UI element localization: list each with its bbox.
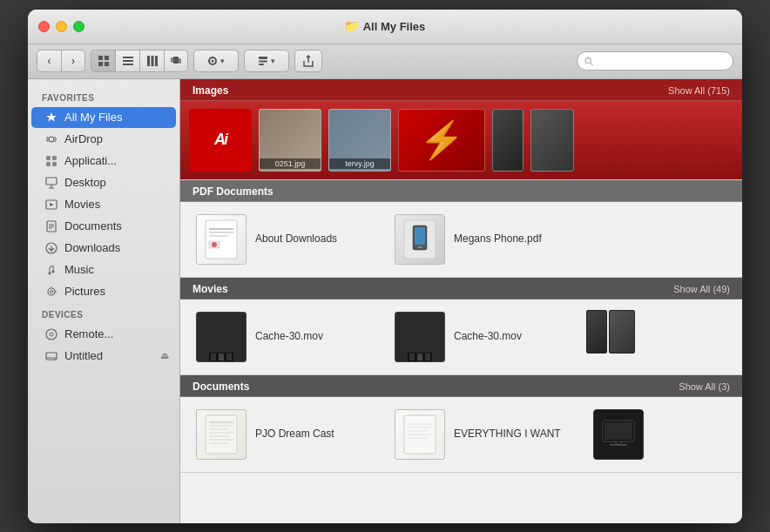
sidebar-item-label: AirDrop xyxy=(64,132,103,145)
doc-thumb-everything xyxy=(395,409,445,460)
image-thumb-photo1[interactable]: 0251.jpg xyxy=(259,109,321,172)
movie-thumbnails-group xyxy=(586,306,635,357)
music-icon xyxy=(44,262,59,278)
svg-rect-22 xyxy=(46,156,51,160)
document-item-pjo[interactable]: PJO Dream Cast xyxy=(189,404,381,465)
grid-icon xyxy=(98,55,110,67)
pdf-item-about[interactable]: About Downloads xyxy=(189,209,381,270)
documents-show-all[interactable]: Show All (3) xyxy=(679,381,730,392)
movies-section: Movies Show All (49) Cache xyxy=(180,278,742,375)
back-button[interactable]: ‹ xyxy=(37,50,61,72)
documents-header: Documents Show All (3) xyxy=(180,375,742,397)
sidebar-item-all-my-files[interactable]: All My Files xyxy=(31,107,176,128)
group-button[interactable]: ▾ xyxy=(244,50,289,72)
group-arrow: ▾ xyxy=(271,57,275,65)
pdf-name-megans: Megans Phone.pdf xyxy=(454,232,542,246)
main-layout: FAVORITES All My Files AirDrop Applicati… xyxy=(28,79,742,523)
group-icon xyxy=(258,56,268,66)
svg-rect-40 xyxy=(51,286,52,288)
pdf-label: PDF Documents xyxy=(192,185,274,198)
pdf-item-megans[interactable]: Megans Phone.pdf xyxy=(388,209,579,270)
forward-button[interactable]: › xyxy=(61,50,85,72)
movie-item-1[interactable]: Cache-30.mov xyxy=(189,306,381,367)
strip-item xyxy=(219,354,224,360)
image-thumb-flash[interactable]: ⚡ xyxy=(398,109,485,172)
strip-item xyxy=(226,354,232,360)
sidebar-item-desktop[interactable]: Desktop xyxy=(31,172,176,193)
content-area: Images Show All (715) Ai 0251.jpg xyxy=(180,79,742,523)
drive-icon xyxy=(44,348,59,364)
sidebar-item-untitled[interactable]: Untitled ⏏ xyxy=(31,346,176,367)
svg-marker-30 xyxy=(50,203,54,206)
column-view-button[interactable] xyxy=(139,50,164,72)
title-icon: 📁 xyxy=(345,19,359,33)
image-label-1: 0251.jpg xyxy=(260,158,321,169)
pdf-items: About Downloads Megans Phone.pdf xyxy=(180,202,742,277)
sidebar-item-label: Music xyxy=(64,263,94,276)
sidebar-item-music[interactable]: Music xyxy=(31,259,176,280)
titlebar: 📁 All My Files xyxy=(28,10,742,44)
svg-rect-6 xyxy=(123,64,133,65)
movie-item-2[interactable]: Cache-30.mov xyxy=(388,306,579,367)
svg-rect-57 xyxy=(206,415,237,454)
list-icon xyxy=(122,55,134,67)
image-thumb-photo2[interactable]: tervy.jpg xyxy=(328,109,391,172)
nav-buttons: ‹ › xyxy=(37,50,85,72)
maximize-button[interactable] xyxy=(73,21,84,32)
svg-rect-3 xyxy=(105,62,109,66)
image-thumb-dark[interactable] xyxy=(530,109,574,172)
svg-rect-15 xyxy=(259,57,267,59)
sidebar-item-airdrop[interactable]: AirDrop xyxy=(31,129,176,150)
toolbar: ‹ › xyxy=(28,44,742,79)
finder-window: 📁 All My Files ‹ › xyxy=(28,10,742,523)
image-thumb-small1[interactable] xyxy=(492,109,523,172)
svg-rect-5 xyxy=(123,60,133,62)
documents-icon xyxy=(44,219,59,234)
traffic-lights xyxy=(38,21,84,32)
doc-thumb-pjo xyxy=(196,409,247,460)
svg-rect-17 xyxy=(259,64,264,65)
images-show-all[interactable]: Show All (715) xyxy=(668,85,730,96)
icon-view-button[interactable] xyxy=(91,50,115,72)
image-label-2: tervy.jpg xyxy=(329,158,390,169)
share-icon xyxy=(302,55,314,67)
image-thumb-adobe[interactable]: Ai xyxy=(189,109,252,172)
sidebar-item-label: Remote... xyxy=(64,327,113,340)
svg-rect-25 xyxy=(52,162,57,166)
minimize-button[interactable] xyxy=(56,21,67,32)
svg-point-19 xyxy=(585,57,591,63)
svg-rect-12 xyxy=(179,58,181,64)
svg-point-39 xyxy=(51,290,53,293)
documents-items: PJO Dream Cast xyxy=(180,397,742,472)
eject-button[interactable]: ⏏ xyxy=(160,350,169,361)
svg-point-43 xyxy=(50,333,53,336)
movies-show-all[interactable]: Show All (49) xyxy=(673,284,730,294)
sidebar-item-documents[interactable]: Documents xyxy=(31,216,176,237)
monitor-thumb xyxy=(593,409,644,460)
svg-line-20 xyxy=(591,63,593,65)
share-button[interactable] xyxy=(294,50,322,72)
coverflow-view-button[interactable] xyxy=(164,50,188,72)
sidebar-item-movies[interactable]: Movies xyxy=(31,194,176,215)
movie-name-1: Cache-30.mov xyxy=(255,330,323,344)
sidebar-item-applications[interactable]: Applicati... xyxy=(31,151,176,172)
search-input[interactable] xyxy=(597,55,726,67)
svg-rect-2 xyxy=(98,62,103,66)
sidebar-item-pictures[interactable]: Pictures xyxy=(31,281,176,302)
images-header: Images Show All (715) xyxy=(180,79,742,101)
svg-point-52 xyxy=(212,242,217,247)
arrange-button[interactable]: ▾ xyxy=(193,50,239,72)
close-button[interactable] xyxy=(38,21,50,32)
search-bar[interactable] xyxy=(577,51,733,71)
movie-name-2: Cache-30.mov xyxy=(454,330,522,344)
document-item-monitor[interactable] xyxy=(586,404,656,465)
sidebar-item-downloads[interactable]: Downloads xyxy=(31,238,176,259)
sidebar-item-remote[interactable]: Remote... xyxy=(31,324,176,345)
svg-rect-8 xyxy=(151,56,153,66)
document-item-everything[interactable]: EVERYTHING I WANT xyxy=(388,404,579,465)
pictures-icon xyxy=(44,284,59,300)
pdf-section: PDF Documents xyxy=(180,180,742,278)
images-label: Images xyxy=(192,84,228,97)
list-view-button[interactable] xyxy=(115,50,139,72)
svg-rect-47 xyxy=(206,220,237,259)
